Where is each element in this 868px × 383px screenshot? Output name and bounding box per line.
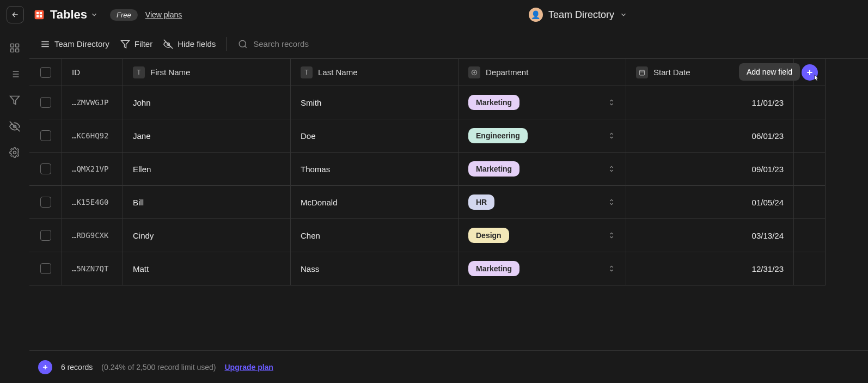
header-checkbox-cell [29,59,62,86]
select-arrows-icon[interactable] [607,98,616,107]
cell-start-date[interactable]: 03/13/24 [626,219,794,252]
svg-rect-3 [36,15,39,17]
select-all-checkbox[interactable] [40,67,51,78]
cell-first-name[interactable]: Jane [123,119,291,153]
plan-badge: Free [110,9,138,21]
row-checkbox-cell [29,252,62,285]
cell-first-name[interactable]: Ellen [123,153,291,186]
cell-first-name[interactable]: Bill [123,186,291,219]
column-header-first-name[interactable]: T First Name [123,59,291,86]
record-count: 6 records [61,363,93,372]
search-input[interactable] [253,39,362,48]
department-pill: Marketing [468,95,519,110]
add-field-button[interactable] [802,64,818,81]
sidebar-filter-icon[interactable] [7,93,22,108]
svg-rect-4 [40,15,42,17]
svg-rect-0 [35,10,44,20]
cell-id[interactable]: …QMX21VP [62,153,123,186]
cell-last-name[interactable]: Smith [291,86,459,119]
back-button[interactable] [7,6,24,23]
department-pill: HR [468,194,494,210]
department-pill: Design [468,228,509,243]
cell-department[interactable]: HR [459,186,626,219]
column-header-label: Last Name [318,68,358,77]
plus-icon [805,68,814,77]
select-arrows-icon[interactable] [607,131,616,140]
cell-start-date[interactable]: 06/01/23 [626,119,794,153]
svg-line-16 [245,46,247,47]
empty-add-col-cell [794,186,826,219]
row-checkbox[interactable] [40,130,51,141]
text-column-icon: T [133,66,145,78]
row-checkbox[interactable] [40,197,51,208]
cell-id[interactable]: …KC6HQ92 [62,119,123,153]
app-title[interactable]: Tables [50,8,98,22]
cell-id[interactable]: …K15E4G0 [62,186,123,219]
row-checkbox[interactable] [40,97,51,108]
cell-start-date[interactable]: 11/01/23 [626,86,794,119]
add-row-button[interactable] [38,360,52,374]
app-logo-icon [34,9,45,20]
department-pill: Marketing [468,261,519,276]
sidebar-list-icon[interactable] [7,66,22,82]
cell-department[interactable]: Marketing [459,153,626,186]
select-arrows-icon[interactable] [607,165,616,173]
svg-rect-2 [40,12,42,14]
select-arrows-icon[interactable] [607,198,616,206]
filter-button[interactable]: Filter [120,39,152,49]
view-plans-link[interactable]: View plans [145,10,182,19]
cell-department[interactable]: Engineering [459,119,626,153]
plus-icon [41,363,49,371]
cell-id[interactable]: …ZMVWGJP [62,86,123,119]
row-checkbox-cell [29,219,62,252]
add-field-tooltip: Add new field [739,63,800,81]
sidebar-visibility-icon[interactable] [7,119,22,134]
row-checkbox[interactable] [40,230,51,241]
select-arrows-icon[interactable] [607,231,616,240]
empty-add-col-cell [794,219,826,252]
cell-start-date[interactable]: 01/05/24 [626,186,794,219]
svg-rect-5 [11,44,14,47]
search-icon [238,39,248,49]
hide-fields-button[interactable]: Hide fields [163,39,216,49]
cell-id[interactable]: …5NZN7QT [62,252,123,285]
cell-department[interactable]: Design [459,219,626,252]
table-name-label: Team Directory [54,39,109,48]
divider [227,37,227,51]
cell-last-name[interactable]: McDonald [291,186,459,219]
app-title-label: Tables [50,8,87,22]
upgrade-plan-link[interactable]: Upgrade plan [224,363,273,372]
cell-last-name[interactable]: Chen [291,219,459,252]
select-arrows-icon[interactable] [607,264,616,273]
cell-department[interactable]: Marketing [459,86,626,119]
cell-department[interactable]: Marketing [459,252,626,285]
filter-icon [120,39,130,49]
cell-start-date[interactable]: 12/31/23 [626,252,794,285]
cell-id[interactable]: …RDG9CXK [62,219,123,252]
cell-last-name[interactable]: Nass [291,252,459,285]
sidebar-apps-icon[interactable] [7,40,22,56]
table-menu-button[interactable]: Team Directory [40,39,109,49]
column-header-label: ID [72,68,80,77]
cell-first-name[interactable]: Matt [123,252,291,285]
cell-first-name[interactable]: John [123,86,291,119]
row-checkbox[interactable] [40,163,51,174]
cell-last-name[interactable]: Doe [291,119,459,153]
eye-off-icon [163,39,173,49]
empty-add-col-cell [794,252,826,285]
sidebar-settings-icon[interactable] [7,145,22,160]
column-header-id[interactable]: ID [62,59,123,86]
chevron-down-icon [620,11,627,19]
cell-last-name[interactable]: Thomas [291,153,459,186]
column-header-last-name[interactable]: T Last Name [291,59,459,86]
column-header-label: Start Date [653,68,690,77]
workspace-switcher[interactable]: 👤 Team Directory [529,8,627,22]
workspace-title-label: Team Directory [548,9,614,21]
department-pill: Marketing [468,161,519,177]
cell-first-name[interactable]: Cindy [123,219,291,252]
svg-point-15 [240,40,246,47]
cell-start-date[interactable]: 09/01/23 [626,153,794,186]
text-column-icon: T [301,66,313,78]
column-header-department[interactable]: Department [459,59,626,86]
row-checkbox[interactable] [40,263,51,274]
